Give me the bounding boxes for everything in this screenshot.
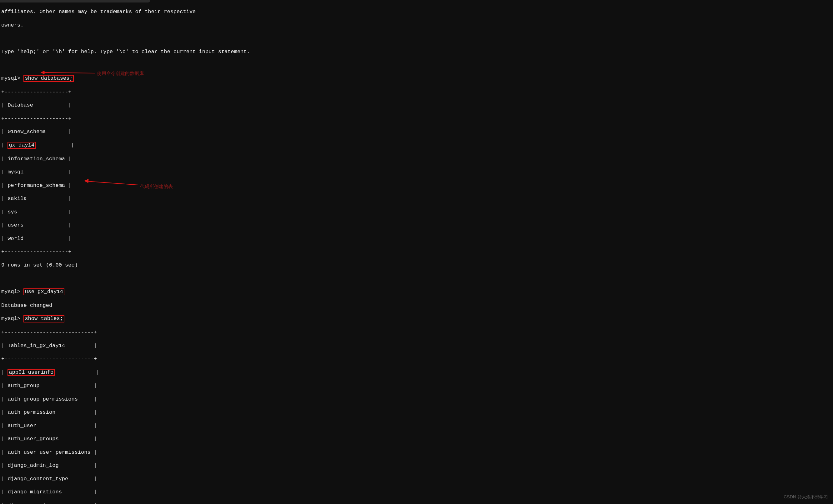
blank-line <box>1 62 832 68</box>
table-row: | 01new_schema | <box>1 128 832 135</box>
table-row: | sys | <box>1 209 832 215</box>
svg-line-0 <box>43 72 95 73</box>
svg-marker-3 <box>85 179 89 183</box>
blank-line <box>1 35 832 42</box>
table-row: | django_session | <box>1 502 832 504</box>
blank-line <box>1 275 832 282</box>
svg-marker-1 <box>41 71 44 74</box>
prompt-line: mysql> use gx_day14 <box>1 288 832 295</box>
table-row: | mysql | <box>1 169 832 175</box>
table-row: | auth_permission | <box>1 409 832 415</box>
table-header: | Database | <box>1 102 832 109</box>
prompt-line: mysql> show tables; <box>1 315 832 322</box>
annotation-table: 代码所创建的表 <box>140 184 173 190</box>
table-row: | auth_group | <box>1 382 832 389</box>
table-row: | django_content_type | <box>1 476 832 482</box>
table-row: | world | <box>1 235 832 242</box>
table-row: | app01_userinfo | <box>1 369 832 376</box>
table-row: | information_schema | <box>1 155 832 162</box>
table-separator: +----------------------------+ <box>1 329 832 336</box>
tb-app01-userinfo: app01_userinfo <box>7 369 55 376</box>
table-row: | django_migrations | <box>1 489 832 495</box>
table-separator: +--------------------+ <box>1 248 832 255</box>
mysql-prompt: mysql> <box>1 75 20 81</box>
cmd-show-databases: show databases; <box>23 75 74 82</box>
svg-line-2 <box>87 181 139 185</box>
table-separator: +--------------------+ <box>1 115 832 122</box>
mysql-prompt: mysql> <box>1 289 20 295</box>
intro-text: owners. <box>1 22 832 28</box>
cmd-use-db: use gx_day14 <box>23 288 64 295</box>
table-row: | sakila | <box>1 195 832 202</box>
table-separator: +----------------------------+ <box>1 356 832 362</box>
table-row: | django_admin_log | <box>1 462 832 469</box>
cmd-show-tables: show tables; <box>23 315 64 322</box>
table-row: | auth_user | <box>1 423 832 429</box>
db-changed-text: Database changed <box>1 302 832 309</box>
arrow-icon <box>84 178 140 188</box>
table-row: | auth_user_groups | <box>1 436 832 442</box>
row-count: 9 rows in set (0.00 sec) <box>1 262 832 268</box>
annotation-db: 使用命令创建的数据库 <box>97 71 144 76</box>
mysql-prompt: mysql> <box>1 316 20 321</box>
intro-text: affiliates. Other names may be trademark… <box>1 8 832 15</box>
table-separator: +--------------------+ <box>1 89 832 95</box>
table-row: | gx_day14 | <box>1 142 832 149</box>
db-gx-day14: gx_day14 <box>7 142 35 149</box>
table-header: | Tables_in_gx_day14 | <box>1 342 832 349</box>
watermark-text: CSDN @大炮不想学习 <box>784 494 828 500</box>
table-row: | auth_group_permissions | <box>1 396 832 403</box>
arrow-icon <box>40 69 96 76</box>
table-row: | users | <box>1 222 832 229</box>
help-text: Type 'help;' or '\h' for help. Type '\c'… <box>1 48 832 55</box>
table-row: | auth_user_user_permissions | <box>1 449 832 456</box>
